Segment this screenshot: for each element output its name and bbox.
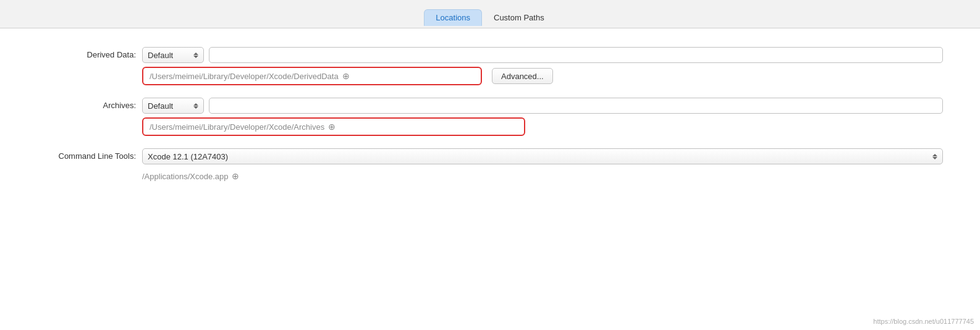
chevron-down-icon xyxy=(932,157,937,159)
archives-select-wrapper[interactable]: Default xyxy=(142,98,204,114)
derived-data-controls: Default /Users/meimei/Library/Developer/… xyxy=(142,47,943,85)
command-line-tools-row: Command Line Tools: Xcode 12.1 (12A7403)… xyxy=(37,148,943,184)
derived-data-row: Derived Data: Default /Users/meimei/Libr… xyxy=(37,47,943,85)
chevron-down-icon xyxy=(193,56,198,58)
archives-path-field: /Users/meimei/Library/Developer/Xcode/Ar… xyxy=(142,117,525,136)
derived-data-top-row: Default xyxy=(142,47,943,63)
archives-row: Archives: Default /Users/meimei/Library/… xyxy=(37,98,943,136)
command-line-tools-controls: Xcode 12.1 (12A7403) /Applications/Xcode… xyxy=(142,148,943,184)
tab-bar: Locations Custom Paths xyxy=(0,0,980,28)
archives-path-text: /Users/meimei/Library/Developer/Xcode/Ar… xyxy=(150,122,324,132)
command-line-tools-select-arrow xyxy=(932,154,937,159)
command-line-tools-path-icon[interactable]: ⊕ xyxy=(232,171,239,181)
command-line-tools-path-field: /Applications/Xcode.app ⊕ xyxy=(142,168,943,184)
command-line-tools-select-value: Xcode 12.1 (12A7403) xyxy=(148,152,929,161)
command-line-tools-select-wrapper[interactable]: Xcode 12.1 (12A7403) xyxy=(142,148,943,164)
chevron-down-icon xyxy=(193,106,198,109)
archives-select-arrow xyxy=(193,103,198,109)
chevron-up-icon xyxy=(193,103,198,106)
derived-data-select-wrapper[interactable]: Default xyxy=(142,47,204,63)
derived-data-path-icon[interactable]: ⊕ xyxy=(342,71,350,81)
derived-data-label: Derived Data: xyxy=(37,47,136,59)
content-area: Derived Data: Default /Users/meimei/Libr… xyxy=(0,28,980,330)
command-line-tools-label: Command Line Tools: xyxy=(37,148,136,161)
chevron-up-icon xyxy=(932,154,937,156)
archives-label: Archives: xyxy=(37,98,136,110)
archives-controls: Default /Users/meimei/Library/Developer/… xyxy=(142,98,943,136)
derived-data-path-text: /Users/meimei/Library/Developer/Xcode/De… xyxy=(150,72,339,81)
command-line-tools-path-text: /Applications/Xcode.app xyxy=(142,172,228,181)
tab-locations[interactable]: Locations xyxy=(424,9,482,26)
derived-data-select-value: Default xyxy=(148,51,190,60)
chevron-up-icon xyxy=(193,53,198,55)
tab-custom-paths[interactable]: Custom Paths xyxy=(482,9,556,26)
archives-select-value: Default xyxy=(148,101,190,111)
archives-path-icon[interactable]: ⊕ xyxy=(328,122,336,132)
derived-data-text-input[interactable] xyxy=(209,47,943,63)
archives-top-row: Default xyxy=(142,98,943,114)
derived-data-path-field: /Users/meimei/Library/Developer/Xcode/De… xyxy=(142,67,482,85)
watermark: https://blog.csdn.net/u011777745 xyxy=(873,318,974,325)
derived-data-select-arrow xyxy=(193,53,198,58)
advanced-button[interactable]: Advanced... xyxy=(492,68,553,84)
archives-text-input[interactable] xyxy=(209,98,943,114)
